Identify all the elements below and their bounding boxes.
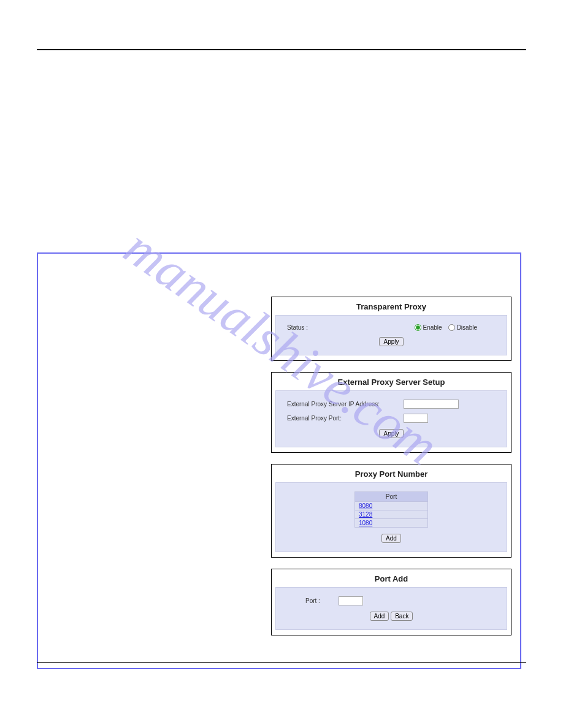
external-ip-field[interactable] xyxy=(404,400,459,409)
status-label: Status : xyxy=(287,324,308,331)
external-port-field[interactable] xyxy=(404,414,428,423)
status-radio-group: Enable Disable xyxy=(415,324,478,331)
panel-title: Proxy Port Number xyxy=(275,468,507,482)
panel-title: Port Add xyxy=(275,573,507,587)
external-ip-label: External Proxy Server IP Address: xyxy=(287,401,404,408)
bottom-rule xyxy=(37,662,526,663)
radio-enable-label: Enable xyxy=(423,324,442,331)
panel-title: External Proxy Server Setup xyxy=(275,376,507,390)
screenshot-frame: Transparent Proxy Status : Enable Disabl… xyxy=(37,252,521,669)
add-button[interactable]: Add xyxy=(370,612,389,621)
add-button[interactable]: Add xyxy=(381,534,401,543)
port-field[interactable] xyxy=(339,596,363,605)
apply-button[interactable]: Apply xyxy=(379,337,403,346)
port-link[interactable]: 8080 xyxy=(359,502,372,509)
port-link[interactable]: 3128 xyxy=(359,511,372,518)
panel-body: Port 8080 3128 1080 Add xyxy=(275,482,507,552)
port-table: Port 8080 3128 1080 xyxy=(354,491,428,528)
table-row: 1080 xyxy=(355,519,428,528)
port-link[interactable]: 1080 xyxy=(359,520,372,526)
panel-proxy-port-number: Proxy Port Number Port 8080 3128 1080 xyxy=(271,464,511,558)
table-row: 8080 xyxy=(355,502,428,510)
panel-body: Port : Add Back xyxy=(275,587,507,630)
panel-external-proxy: External Proxy Server Setup External Pro… xyxy=(271,372,511,453)
external-port-label: External Proxy Port: xyxy=(287,415,404,422)
panel-transparent-proxy: Transparent Proxy Status : Enable Disabl… xyxy=(271,297,511,361)
table-row: 3128 xyxy=(355,510,428,519)
top-rule xyxy=(37,49,526,50)
port-label: Port : xyxy=(305,597,320,604)
panel-body: External Proxy Server IP Address: Extern… xyxy=(275,390,507,447)
port-header: Port xyxy=(355,492,428,502)
radio-enable[interactable] xyxy=(415,324,421,331)
radio-disable[interactable] xyxy=(448,324,455,331)
radio-disable-label: Disable xyxy=(457,324,477,331)
back-button[interactable]: Back xyxy=(391,612,413,621)
document-page: manualshive.com Transparent Proxy Status… xyxy=(0,0,563,694)
panel-body: Status : Enable Disable xyxy=(275,315,507,355)
panel-title: Transparent Proxy xyxy=(275,301,507,315)
apply-button[interactable]: Apply xyxy=(379,429,403,438)
panel-port-add: Port Add Port : Add Back xyxy=(271,569,511,635)
